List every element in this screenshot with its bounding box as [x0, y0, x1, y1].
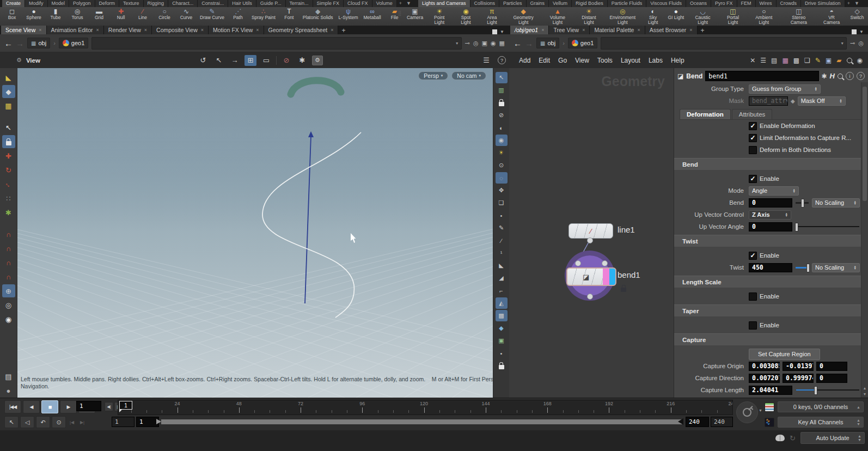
go-start-button[interactable]: |◀◀	[4, 400, 21, 413]
shelf-tab-modify[interactable]: Modify	[25, 0, 48, 7]
secure-selection-icon[interactable]	[2, 135, 15, 148]
pane-tab-render-view[interactable]: Render View×	[104, 26, 152, 34]
bend-handle-arc[interactable]	[291, 81, 341, 94]
layout-split-icon[interactable]: ▦	[499, 40, 505, 47]
shelf-tab-lights-and-cameras[interactable]: Lights and Cameras	[418, 0, 470, 7]
mode-dropdown[interactable]: Angle▲▼	[749, 186, 799, 196]
info-icon[interactable]: i	[846, 72, 854, 80]
rt-material-icon[interactable]: ◉	[496, 135, 508, 146]
menu-edit[interactable]: Edit	[539, 57, 550, 64]
shelf-tab-crowds[interactable]: Crowds	[777, 0, 802, 7]
key-next-icon[interactable]: ▶|	[78, 417, 87, 428]
rt-light-icon[interactable]: ☀	[496, 147, 508, 159]
checkbox[interactable]	[749, 292, 757, 301]
houdini-logo-icon[interactable]: H	[830, 72, 835, 80]
visibility-dynamics-icon[interactable]: ▦	[2, 99, 15, 112]
close-icon[interactable]: ×	[582, 27, 585, 33]
close-icon[interactable]: ×	[541, 27, 544, 33]
rt-occlusion-icon[interactable]: ⊘	[496, 109, 508, 121]
shelf-tab-wires[interactable]: Wires	[756, 0, 777, 7]
select-mode-icon[interactable]: ↖	[213, 55, 225, 66]
shelf-tool-spray-paint[interactable]: ∴Spray Paint	[249, 7, 278, 26]
shelf-tool-box[interactable]: ◻Box	[1, 7, 23, 26]
key-options-icon[interactable]: ▼	[759, 409, 762, 412]
shelf-tool-gi-light[interactable]: ●GI Light	[665, 7, 687, 26]
shelf-tab-simple-fx[interactable]: Simple FX	[313, 0, 344, 7]
shelf-tab-polygon[interactable]: Polygon	[69, 0, 95, 7]
mask-mode-dropdown[interactable]: Mask Off▲▼	[798, 96, 846, 106]
shelf-tool-environment-light[interactable]: ◎Environment Light	[604, 7, 641, 26]
search-icon[interactable]	[847, 58, 852, 63]
motion-fx-icon[interactable]: ∿∿	[765, 418, 774, 427]
section-capture[interactable]: Capture	[674, 333, 868, 346]
shelf-tab-create[interactable]: Create	[2, 0, 25, 7]
notes-icon[interactable]: ✎	[815, 57, 821, 64]
shelf-tool-torus[interactable]: ◎Torus	[66, 7, 88, 26]
palette-grid-icon[interactable]: ▦	[782, 57, 788, 64]
section-taper[interactable]: Taper	[674, 304, 868, 317]
shelf-menu-icon[interactable]: ▼	[404, 0, 413, 7]
current-frame-field[interactable]: 1	[76, 401, 101, 411]
update-mode-dropdown[interactable]: Auto Update ▲▼	[800, 432, 865, 444]
capture-direction-line[interactable]	[305, 136, 311, 303]
checkbox[interactable]	[749, 146, 757, 154]
new-pane-tab-icon[interactable]: +	[698, 27, 708, 34]
checkbox[interactable]: ✓	[749, 134, 757, 142]
snap-curve-icon[interactable]: ∩	[2, 242, 15, 255]
checkbox[interactable]: ✓	[749, 122, 757, 130]
rt-pin-icon[interactable]: •	[496, 348, 508, 359]
close-icon[interactable]: ×	[144, 27, 147, 33]
rt-dot-icon[interactable]: •	[496, 210, 508, 221]
shelf-tab-texture[interactable]: Texture	[119, 0, 144, 7]
shelf-tab-grains[interactable]: Grains	[527, 0, 549, 7]
bend-field[interactable]: 0	[749, 198, 792, 208]
rt-cone-a-icon[interactable]: ◣	[496, 260, 508, 271]
play-button[interactable]: ▶	[60, 400, 77, 413]
shelf-tool-tube[interactable]: ▮Tube	[45, 7, 66, 26]
rt-diamond-icon[interactable]: ◆	[496, 322, 508, 334]
net-back-icon[interactable]: ←	[514, 39, 522, 48]
pane-tab-composite-view[interactable]: Composite View×	[152, 26, 209, 34]
show-handles-icon[interactable]: ⊞	[244, 55, 256, 66]
menu-tools[interactable]: Tools	[597, 57, 613, 64]
shelf-tool-file[interactable]: ▰File	[384, 7, 406, 26]
layout-windows-icon[interactable]: ❏	[804, 57, 810, 64]
pane-tab-geometry-spreadsheet[interactable]: Geometry Spreadsheet×	[264, 26, 339, 34]
shelf-tab-oceans[interactable]: Oceans	[686, 0, 711, 7]
shelf-tab-particles[interactable]: Particles	[499, 0, 527, 7]
shelf-tab-terrain[interactable]: Terrain...	[286, 0, 313, 7]
recook-icon[interactable]: ↻	[790, 434, 796, 442]
menu-go[interactable]: Go	[558, 57, 567, 64]
scrollbar-thumb[interactable]	[863, 87, 867, 201]
shelf-tab-rigging[interactable]: Rigging	[144, 0, 169, 7]
view-menu-label[interactable]: View	[26, 57, 40, 64]
shelf-tool-metaball[interactable]: ∞Metaball	[361, 7, 384, 26]
set-capture-region-button[interactable]: Set Capture Region	[749, 349, 820, 360]
shelf-tab-guide-p[interactable]: Guide P...	[256, 0, 286, 7]
shelf-tab-vellum[interactable]: Vellum	[549, 0, 572, 7]
section-twist[interactable]: Twist	[674, 235, 868, 247]
shelf-tool-l-system[interactable]: ψL-System	[336, 7, 361, 26]
shelf-tab-model[interactable]: Model	[48, 0, 70, 7]
audio-icon[interactable]: ◁	[20, 416, 34, 428]
twist-field[interactable]: 450	[749, 263, 792, 272]
new-pane-tab-icon[interactable]: +	[338, 27, 349, 34]
pane-tab-tree-view[interactable]: Tree View×	[549, 26, 590, 34]
brain-icon[interactable]	[775, 435, 785, 441]
checker-grid-icon[interactable]: ▩	[793, 57, 799, 64]
pane-tab-motion-fx-view[interactable]: Motion FX View×	[209, 26, 264, 34]
section-length-scale[interactable]: Length Scale	[674, 276, 868, 288]
menu-layout[interactable]: Layout	[621, 57, 640, 64]
scale-dropdown[interactable]: No Scaling▲▼	[812, 263, 860, 272]
template-flag[interactable]	[603, 269, 609, 285]
scale-dropdown[interactable]: No Scaling▲▼	[812, 198, 860, 208]
search-icon[interactable]	[838, 74, 843, 79]
rt-geometry-icon[interactable]: ▥	[496, 84, 508, 96]
shelf-tool-sky-light[interactable]: ◐Sky Light	[641, 7, 665, 26]
scale-tool-icon[interactable]: ↔	[2, 178, 15, 191]
pane-tab-scene-view[interactable]: Scene View×	[1, 26, 47, 34]
translate-tool-icon[interactable]: ✚	[2, 149, 15, 162]
slider-handle[interactable]	[801, 199, 804, 208]
scroll-down-icon[interactable]: ▼	[861, 391, 868, 397]
shelf-tab-rigid-bodies[interactable]: Rigid Bodies	[572, 0, 608, 7]
